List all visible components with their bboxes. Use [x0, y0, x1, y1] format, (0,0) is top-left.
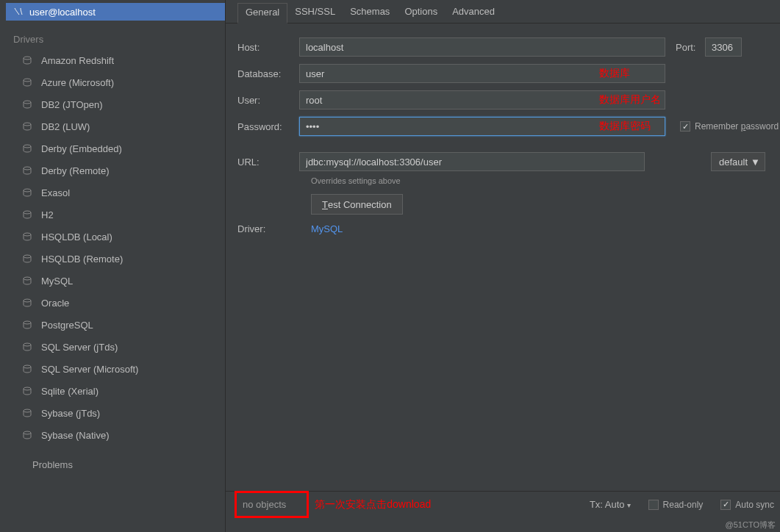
driver-item[interactable]: HSQLDB (Local): [6, 226, 225, 248]
password-label: Password:: [237, 121, 299, 132]
driver-item[interactable]: Sqlite (Xerial): [6, 380, 225, 402]
svg-point-8: [24, 233, 31, 236]
driver-item[interactable]: MySQL: [6, 270, 225, 292]
svg-point-13: [24, 343, 31, 346]
svg-point-12: [24, 321, 31, 324]
driver-item[interactable]: DB2 (JTOpen): [6, 93, 225, 115]
driver-item[interactable]: Oracle: [6, 292, 225, 314]
test-connection-button[interactable]: Test Connection: [311, 194, 403, 215]
password-input[interactable]: [299, 117, 665, 136]
driver-item[interactable]: Azure (Microsoft): [6, 71, 225, 93]
autosync-checkbox[interactable]: ✓: [720, 500, 731, 510]
form-area: Host: Port: Database: 数据库 User: 数据库用户名 P…: [226, 24, 780, 234]
port-label: Port:: [676, 42, 705, 53]
driver-item-label: H2: [41, 209, 54, 220]
driver-item[interactable]: Derby (Remote): [6, 159, 225, 181]
driver-item-label: Amazon Redshift: [41, 55, 114, 66]
driver-item-label: SQL Server (Microsoft): [41, 364, 138, 375]
driver-item-label: SQL Server (jTds): [41, 342, 118, 353]
driver-item-label: Derby (Embedded): [41, 143, 122, 154]
autosync-label: Auto sync: [735, 500, 774, 510]
svg-point-16: [24, 409, 31, 412]
drivers-header: Drivers: [6, 21, 225, 49]
host-input[interactable]: [299, 37, 665, 57]
driver-item[interactable]: H2: [6, 204, 225, 226]
database-icon: [21, 428, 34, 442]
url-input[interactable]: [299, 152, 645, 171]
database-icon: [21, 318, 34, 331]
driver-item-label: Azure (Microsoft): [41, 77, 114, 88]
driver-item[interactable]: Derby (Embedded): [6, 137, 225, 159]
driver-item[interactable]: PostgreSQL: [6, 314, 225, 336]
svg-point-3: [24, 123, 31, 126]
remember-password-label: Remember password: [695, 121, 779, 132]
driver-item-label: DB2 (JTOpen): [41, 99, 103, 110]
driver-item-label: Oracle: [41, 298, 69, 309]
chevron-down-icon: ▼: [751, 157, 760, 168]
database-icon: [21, 98, 34, 111]
driver-item[interactable]: Sybase (jTds): [6, 402, 225, 424]
sidebar: user@localhost Drivers Amazon RedshiftAz…: [0, 0, 226, 532]
url-mode-dropdown-label: default: [719, 157, 748, 168]
database-icon: [21, 230, 34, 243]
driver-item-label: Sybase (jTds): [41, 408, 100, 419]
driver-item-label: Sqlite (Xerial): [41, 386, 99, 397]
driver-list: Amazon RedshiftAzure (Microsoft)DB2 (JTO…: [6, 49, 225, 446]
mysql-icon: [12, 5, 25, 18]
svg-point-10: [24, 277, 31, 280]
install-note: 第一次安装点击download: [315, 498, 431, 511]
selected-connection-label: user@localhost: [29, 7, 96, 18]
driver-item-label: Exasol: [41, 187, 70, 198]
driver-item[interactable]: Amazon Redshift: [6, 49, 225, 71]
driver-item[interactable]: DB2 (LUW): [6, 115, 225, 137]
bottom-bar: no objects 第一次安装点击download Tx: Auto Read…: [226, 491, 780, 517]
driver-item-label: HSQLDB (Remote): [41, 254, 123, 265]
svg-point-6: [24, 189, 31, 192]
problems-row[interactable]: Problems: [6, 446, 225, 476]
sidebar-narrow-strip: [0, 0, 6, 476]
remember-password-checkbox[interactable]: ✓: [680, 121, 690, 132]
driver-item[interactable]: Exasol: [6, 181, 225, 204]
driver-item[interactable]: Sybase (Native): [6, 424, 225, 446]
tab-options[interactable]: Options: [397, 3, 445, 23]
svg-point-2: [24, 101, 31, 104]
svg-point-5: [24, 167, 31, 170]
svg-point-4: [24, 145, 31, 148]
user-input[interactable]: [299, 90, 665, 109]
database-icon: [21, 274, 34, 287]
port-input[interactable]: [705, 37, 742, 57]
database-input[interactable]: [299, 64, 665, 83]
database-label: Database:: [237, 68, 299, 79]
driver-item[interactable]: SQL Server (Microsoft): [6, 358, 225, 380]
url-mode-dropdown[interactable]: default ▼: [711, 152, 765, 171]
database-icon: [21, 142, 34, 155]
database-icon: [21, 208, 34, 221]
database-icon: [21, 120, 34, 133]
svg-point-0: [24, 57, 31, 60]
svg-point-14: [24, 365, 31, 368]
driver-item-label: Derby (Remote): [41, 165, 109, 176]
readonly-checkbox[interactable]: [648, 500, 659, 510]
database-icon: [21, 384, 34, 398]
database-icon: [21, 164, 34, 177]
driver-label: Driver:: [237, 223, 299, 234]
tab-advanced[interactable]: Advanced: [445, 3, 502, 23]
svg-point-15: [24, 387, 31, 390]
selected-connection[interactable]: user@localhost: [6, 3, 225, 21]
tab-schemas[interactable]: Schemas: [343, 3, 397, 23]
driver-link[interactable]: MySQL: [311, 223, 343, 234]
database-icon: [21, 406, 34, 420]
driver-item[interactable]: HSQLDB (Remote): [6, 248, 225, 270]
driver-item-label: DB2 (LUW): [41, 121, 90, 132]
main-panel: GeneralSSH/SSLSchemasOptionsAdvanced Hos…: [226, 0, 780, 532]
svg-point-9: [24, 255, 31, 258]
tx-mode-dropdown[interactable]: Tx: Auto: [590, 499, 631, 510]
svg-point-11: [24, 299, 31, 302]
database-icon: [21, 340, 34, 353]
driver-item-label: HSQLDB (Local): [41, 231, 112, 242]
tab-general[interactable]: General: [237, 3, 287, 24]
svg-point-7: [24, 211, 31, 214]
driver-item[interactable]: SQL Server (jTds): [6, 336, 225, 358]
driver-item-label: Sybase (Native): [41, 430, 109, 441]
tab-sshssl[interactable]: SSH/SSL: [287, 3, 343, 23]
